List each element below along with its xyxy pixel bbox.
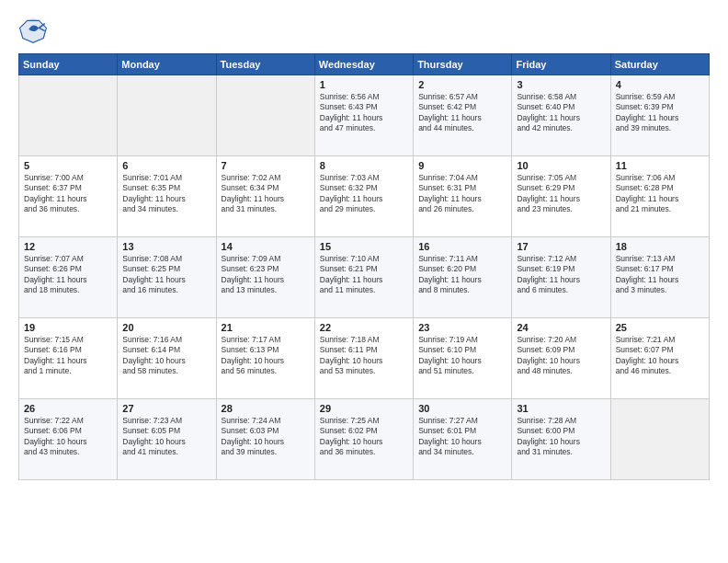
day-number: 9 (418, 160, 506, 171)
day-number: 20 (122, 322, 210, 333)
calendar-cell: 14Sunrise: 7:09 AM Sunset: 6:23 PM Dayli… (216, 237, 314, 318)
day-info: Sunrise: 7:24 AM Sunset: 6:03 PM Dayligh… (222, 416, 310, 458)
day-info: Sunrise: 7:13 AM Sunset: 6:17 PM Dayligh… (616, 254, 704, 296)
header-thursday: Thursday (414, 54, 512, 75)
calendar-cell: 25Sunrise: 7:21 AM Sunset: 6:07 PM Dayli… (610, 318, 709, 399)
calendar-cell: 31Sunrise: 7:28 AM Sunset: 6:00 PM Dayli… (512, 399, 610, 480)
day-number: 24 (517, 322, 605, 333)
day-number: 28 (222, 403, 310, 414)
day-number: 29 (320, 403, 408, 414)
calendar-cell (118, 75, 216, 156)
day-number: 12 (24, 241, 112, 252)
day-info: Sunrise: 6:57 AM Sunset: 6:42 PM Dayligh… (418, 92, 506, 134)
day-info: Sunrise: 7:09 AM Sunset: 6:23 PM Dayligh… (222, 254, 310, 296)
day-number: 8 (320, 160, 408, 171)
header (18, 15, 710, 44)
day-number: 11 (616, 160, 704, 171)
calendar-week-1: 1Sunrise: 6:56 AM Sunset: 6:43 PM Daylig… (19, 75, 710, 156)
day-info: Sunrise: 6:56 AM Sunset: 6:43 PM Dayligh… (320, 92, 408, 134)
calendar-cell: 4Sunrise: 6:59 AM Sunset: 6:39 PM Daylig… (610, 75, 709, 156)
calendar-body: 1Sunrise: 6:56 AM Sunset: 6:43 PM Daylig… (19, 75, 710, 480)
calendar-cell: 29Sunrise: 7:25 AM Sunset: 6:02 PM Dayli… (314, 399, 413, 480)
day-number: 23 (418, 322, 506, 333)
day-number: 6 (122, 160, 210, 171)
header-sunday: Sunday (19, 54, 118, 75)
day-number: 30 (418, 403, 506, 414)
calendar-cell: 8Sunrise: 7:03 AM Sunset: 6:32 PM Daylig… (314, 156, 413, 237)
calendar-cell: 21Sunrise: 7:17 AM Sunset: 6:13 PM Dayli… (216, 318, 314, 399)
calendar-cell: 6Sunrise: 7:01 AM Sunset: 6:35 PM Daylig… (118, 156, 216, 237)
day-number: 7 (222, 160, 310, 171)
day-info: Sunrise: 7:01 AM Sunset: 6:35 PM Dayligh… (122, 173, 210, 215)
calendar-cell: 17Sunrise: 7:12 AM Sunset: 6:19 PM Dayli… (512, 237, 610, 318)
day-info: Sunrise: 7:27 AM Sunset: 6:01 PM Dayligh… (418, 416, 506, 458)
day-info: Sunrise: 6:59 AM Sunset: 6:39 PM Dayligh… (616, 92, 704, 134)
header-saturday: Saturday (610, 54, 709, 75)
calendar-cell: 12Sunrise: 7:07 AM Sunset: 6:26 PM Dayli… (19, 237, 118, 318)
calendar-cell (610, 399, 709, 480)
header-friday: Friday (512, 54, 610, 75)
day-info: Sunrise: 7:23 AM Sunset: 6:05 PM Dayligh… (122, 416, 210, 458)
calendar-cell: 1Sunrise: 6:56 AM Sunset: 6:43 PM Daylig… (314, 75, 413, 156)
calendar-week-5: 26Sunrise: 7:22 AM Sunset: 6:06 PM Dayli… (19, 399, 710, 480)
calendar-cell: 19Sunrise: 7:15 AM Sunset: 6:16 PM Dayli… (19, 318, 118, 399)
header-monday: Monday (118, 54, 216, 75)
day-number: 17 (517, 241, 605, 252)
day-info: Sunrise: 7:22 AM Sunset: 6:06 PM Dayligh… (24, 416, 112, 458)
day-info: Sunrise: 7:05 AM Sunset: 6:29 PM Dayligh… (517, 173, 605, 215)
day-info: Sunrise: 7:03 AM Sunset: 6:32 PM Dayligh… (320, 173, 408, 215)
calendar-cell: 9Sunrise: 7:04 AM Sunset: 6:31 PM Daylig… (414, 156, 512, 237)
day-number: 18 (616, 241, 704, 252)
day-number: 27 (122, 403, 210, 414)
day-info: Sunrise: 7:06 AM Sunset: 6:28 PM Dayligh… (616, 173, 704, 215)
day-info: Sunrise: 7:25 AM Sunset: 6:02 PM Dayligh… (320, 416, 408, 458)
day-number: 31 (517, 403, 605, 414)
day-info: Sunrise: 7:00 AM Sunset: 6:37 PM Dayligh… (24, 173, 112, 215)
calendar-cell: 23Sunrise: 7:19 AM Sunset: 6:10 PM Dayli… (414, 318, 512, 399)
day-info: Sunrise: 7:21 AM Sunset: 6:07 PM Dayligh… (616, 335, 704, 377)
day-number: 21 (222, 322, 310, 333)
day-number: 13 (122, 241, 210, 252)
day-info: Sunrise: 7:08 AM Sunset: 6:25 PM Dayligh… (122, 254, 210, 296)
header-tuesday: Tuesday (216, 54, 314, 75)
logo (18, 15, 51, 44)
calendar-cell: 3Sunrise: 6:58 AM Sunset: 6:40 PM Daylig… (512, 75, 610, 156)
calendar-cell: 28Sunrise: 7:24 AM Sunset: 6:03 PM Dayli… (216, 399, 314, 480)
day-number: 1 (320, 79, 408, 90)
calendar-cell: 30Sunrise: 7:27 AM Sunset: 6:01 PM Dayli… (414, 399, 512, 480)
day-info: Sunrise: 7:18 AM Sunset: 6:11 PM Dayligh… (320, 335, 408, 377)
calendar-cell: 26Sunrise: 7:22 AM Sunset: 6:06 PM Dayli… (19, 399, 118, 480)
day-number: 22 (320, 322, 408, 333)
day-info: Sunrise: 7:11 AM Sunset: 6:20 PM Dayligh… (418, 254, 506, 296)
calendar-cell: 15Sunrise: 7:10 AM Sunset: 6:21 PM Dayli… (314, 237, 413, 318)
calendar-cell: 22Sunrise: 7:18 AM Sunset: 6:11 PM Dayli… (314, 318, 413, 399)
calendar-cell: 18Sunrise: 7:13 AM Sunset: 6:17 PM Dayli… (610, 237, 709, 318)
day-info: Sunrise: 7:20 AM Sunset: 6:09 PM Dayligh… (517, 335, 605, 377)
calendar-cell: 5Sunrise: 7:00 AM Sunset: 6:37 PM Daylig… (19, 156, 118, 237)
day-info: Sunrise: 7:19 AM Sunset: 6:10 PM Dayligh… (418, 335, 506, 377)
calendar-cell: 13Sunrise: 7:08 AM Sunset: 6:25 PM Dayli… (118, 237, 216, 318)
calendar-cell: 10Sunrise: 7:05 AM Sunset: 6:29 PM Dayli… (512, 156, 610, 237)
calendar-cell: 24Sunrise: 7:20 AM Sunset: 6:09 PM Dayli… (512, 318, 610, 399)
day-info: Sunrise: 7:12 AM Sunset: 6:19 PM Dayligh… (517, 254, 605, 296)
calendar-cell: 16Sunrise: 7:11 AM Sunset: 6:20 PM Dayli… (414, 237, 512, 318)
day-number: 26 (24, 403, 112, 414)
day-number: 2 (418, 79, 506, 90)
day-info: Sunrise: 7:04 AM Sunset: 6:31 PM Dayligh… (418, 173, 506, 215)
day-info: Sunrise: 7:16 AM Sunset: 6:14 PM Dayligh… (122, 335, 210, 377)
header-row: Sunday Monday Tuesday Wednesday Thursday… (19, 54, 710, 75)
calendar-table: Sunday Monday Tuesday Wednesday Thursday… (18, 53, 710, 480)
day-info: Sunrise: 7:02 AM Sunset: 6:34 PM Dayligh… (222, 173, 310, 215)
calendar-week-2: 5Sunrise: 7:00 AM Sunset: 6:37 PM Daylig… (19, 156, 710, 237)
day-number: 3 (517, 79, 605, 90)
day-info: Sunrise: 7:10 AM Sunset: 6:21 PM Dayligh… (320, 254, 408, 296)
calendar-header: Sunday Monday Tuesday Wednesday Thursday… (19, 54, 710, 75)
day-number: 16 (418, 241, 506, 252)
calendar-cell: 27Sunrise: 7:23 AM Sunset: 6:05 PM Dayli… (118, 399, 216, 480)
day-info: Sunrise: 6:58 AM Sunset: 6:40 PM Dayligh… (517, 92, 605, 134)
day-number: 4 (616, 79, 704, 90)
calendar-week-4: 19Sunrise: 7:15 AM Sunset: 6:16 PM Dayli… (19, 318, 710, 399)
day-number: 25 (616, 322, 704, 333)
logo-icon (18, 15, 48, 44)
calendar-week-3: 12Sunrise: 7:07 AM Sunset: 6:26 PM Dayli… (19, 237, 710, 318)
